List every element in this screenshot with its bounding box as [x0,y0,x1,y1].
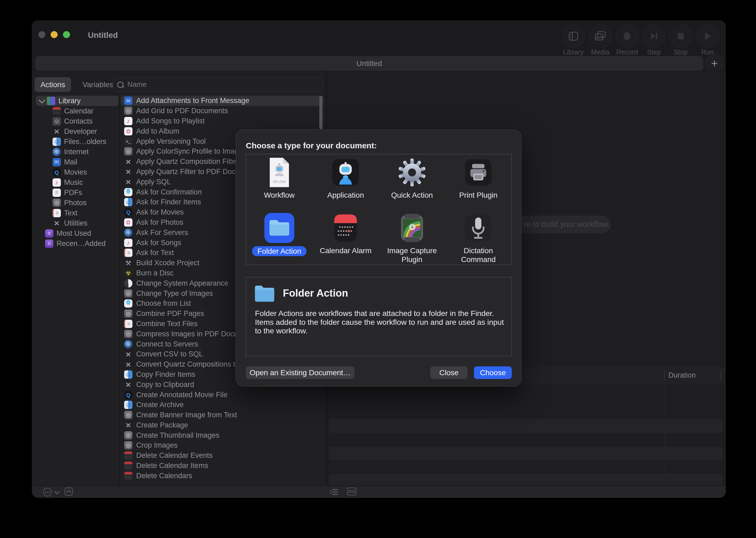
action-item[interactable]: Crop Images [121,440,323,451]
music-icon [53,178,61,187]
action-item-label: Add Grid to PDF Documents [136,107,228,115]
print-plugin-icon [463,157,494,188]
sidebar-item-recen-added[interactable]: Recen…Added [36,239,119,248]
document-type-application[interactable]: Application [313,154,379,210]
close-button-dialog[interactable]: Close [430,366,468,379]
run-button[interactable]: Run [694,25,721,56]
action-item[interactable]: Add Attachments to Front Message [121,96,323,106]
document-type-label: Image Capture Plugin [381,246,443,264]
flower-icon [124,218,132,227]
action-item[interactable]: Delete Calendars [121,471,323,481]
media-button[interactable]: Media [587,25,614,56]
action-item[interactable]: Create Thumbnail Images [121,430,323,440]
music-icon [124,239,132,247]
sidebar-item-movies[interactable]: Movies [36,167,119,177]
dictation-icon [463,212,494,243]
search-field[interactable] [113,77,323,92]
action-item-label: Convert Quartz Compositions to Q [136,360,247,368]
chevron-down-icon[interactable] [54,489,60,494]
record-button[interactable]: Record [614,25,640,56]
library-panel-icon [562,25,585,48]
open-existing-document-button[interactable]: Open an Existing Document… [246,366,354,379]
folder-icon [254,285,275,303]
sidebar-item-music[interactable]: Music [36,177,119,188]
sidebar-item-most-used[interactable]: Most Used [36,228,119,239]
document-type-quick-action[interactable]: Quick Action [379,154,445,210]
sidebar-item-internet[interactable]: Internet [36,147,119,157]
action-item-label: Ask for Songs [136,239,181,247]
sidebar-item-files-olders[interactable]: Files…olders [36,136,119,147]
books-icon [47,97,55,105]
action-item[interactable]: Delete Calendar Items [121,461,323,471]
document-type-workflow[interactable]: WFLOWWorkflow [246,154,313,210]
action-item[interactable]: Create Archive [121,400,323,410]
sidebar-item-pdfs[interactable]: PDFs [36,188,119,198]
action-item[interactable]: Create Banner Image from Text [121,410,323,420]
action-list-scrollbar[interactable] [319,96,323,129]
xtool-icon [124,421,132,429]
document-type-dictation[interactable]: Dictation Command [445,210,512,265]
action-item[interactable]: Create Package [121,420,323,430]
sidebar-item-text[interactable]: Text [36,208,119,218]
globe-icon [124,229,132,237]
list-view-icon[interactable] [329,489,338,495]
action-item-label: Change Type of Images [136,290,213,298]
action-item[interactable]: Add Grid to PDF Documents [121,106,323,116]
action-item[interactable]: Delete Calendar Events [121,451,323,461]
media-icon [589,25,612,48]
document-type-label: Quick Action [391,191,433,199]
panel-toggle-button[interactable] [65,488,73,496]
tab-variables[interactable]: Variables [79,77,117,92]
log-column-separator[interactable] [665,370,665,381]
action-item-label: Add Songs to Playlist [136,117,205,125]
stacked-view-icon[interactable] [347,488,356,496]
screen: Untitled LibraryMediaRecordStepStopRun U… [0,0,756,538]
minimize-button[interactable] [51,31,58,38]
search-input[interactable] [127,80,319,89]
sidebar-item-developer[interactable]: Developer [36,126,119,136]
document-tab[interactable]: Untitled [35,56,703,71]
run-options-icon[interactable]: ••• [43,488,52,497]
calendar-icon [53,107,61,115]
quicktime-icon [53,168,61,177]
sidebar-item-mail[interactable]: Mail [36,157,119,167]
terminal-icon [124,137,132,146]
document-type-image-capture[interactable]: Image Capture Plugin [379,210,445,265]
tab-actions[interactable]: Actions [34,77,71,92]
step-button[interactable]: Step [640,25,667,56]
sidebar-item-utilities[interactable]: Utilities [36,218,119,228]
stop-button[interactable]: Stop [667,25,694,56]
action-item-label: Change System Appearance [136,279,228,288]
disclosure-chevron-icon[interactable] [39,97,45,103]
calendar-alarm-icon [330,212,361,243]
xtool-icon [124,168,132,176]
document-type-calendar-alarm[interactable]: Calendar Alarm [313,210,379,265]
lens-icon [124,431,132,440]
burn-icon [124,269,132,277]
sidebar-item-photos[interactable]: Photos [36,198,119,208]
lens-icon [124,411,132,419]
action-item-label: Create Banner Image from Text [136,411,237,419]
action-item-label: Crop Images [136,441,178,450]
action-item-label: Ask for Text [136,248,174,257]
library-button[interactable]: Library [560,25,587,56]
sidebar-item-contacts[interactable]: Contacts [36,116,119,126]
sidebar-item-library[interactable]: Library [36,96,119,106]
close-button[interactable] [38,31,45,38]
duration-column-header[interactable]: Duration [668,371,696,380]
action-item[interactable]: Create Annotated Movie File [121,390,323,400]
choose-button[interactable]: Choose [474,366,512,379]
zoom-button[interactable] [63,31,70,38]
action-item[interactable]: Add Songs to Playlist [121,116,323,126]
log-column-separator[interactable] [721,370,721,381]
sidebar-item-calendar[interactable]: Calendar [36,106,119,116]
finder-icon [53,137,61,146]
toolbar-button-label: Media [591,48,609,56]
choose-type-dialog: Choose a type for your document: WFLOWWo… [236,130,522,387]
sidebar-item-label: Utilities [64,219,87,228]
add-tab-button[interactable]: + [705,54,724,73]
stop-icon [669,25,692,48]
action-item-label: Build Xcode Project [136,259,199,267]
document-type-print-plugin[interactable]: Print Plugin [445,154,512,210]
document-type-folder-action[interactable]: Folder Action [246,210,313,265]
